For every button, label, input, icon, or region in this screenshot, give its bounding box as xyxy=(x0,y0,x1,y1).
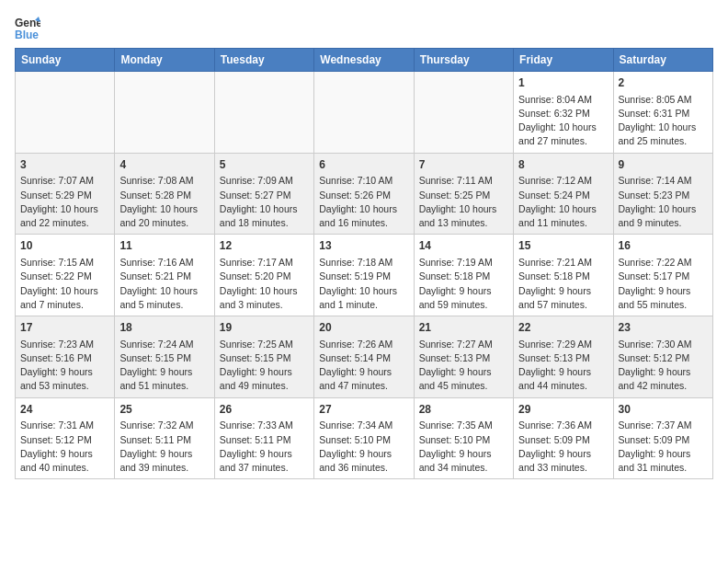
day-info: Sunrise: 8:05 AM Sunset: 6:31 PM Dayligh… xyxy=(619,93,708,149)
day-number: 27 xyxy=(319,402,408,418)
day-cell: 16Sunrise: 7:22 AM Sunset: 5:17 PM Dayli… xyxy=(613,235,712,316)
day-number: 12 xyxy=(220,238,309,254)
day-info: Sunrise: 7:35 AM Sunset: 5:10 PM Dayligh… xyxy=(419,419,508,475)
day-info: Sunrise: 7:08 AM Sunset: 5:28 PM Dayligh… xyxy=(119,174,209,230)
day-cell: 6Sunrise: 7:10 AM Sunset: 5:26 PM Daylig… xyxy=(314,153,414,235)
day-number: 14 xyxy=(419,238,508,254)
day-info: Sunrise: 7:15 AM Sunset: 5:22 PM Dayligh… xyxy=(20,256,109,312)
day-number: 5 xyxy=(220,157,309,173)
day-number: 6 xyxy=(319,157,408,173)
day-cell: 9Sunrise: 7:14 AM Sunset: 5:23 PM Daylig… xyxy=(613,153,712,235)
day-cell: 19Sunrise: 7:25 AM Sunset: 5:15 PM Dayli… xyxy=(214,316,313,398)
day-info: Sunrise: 7:09 AM Sunset: 5:27 PM Dayligh… xyxy=(220,174,309,230)
week-row-2: 10Sunrise: 7:15 AM Sunset: 5:22 PM Dayli… xyxy=(16,235,713,316)
day-number: 8 xyxy=(518,157,608,173)
weekday-sunday: Sunday xyxy=(16,49,115,72)
week-row-1: 3Sunrise: 7:07 AM Sunset: 5:29 PM Daylig… xyxy=(16,153,713,235)
weekday-monday: Monday xyxy=(115,49,214,72)
weekday-wednesday: Wednesday xyxy=(314,49,414,72)
day-info: Sunrise: 7:30 AM Sunset: 5:12 PM Dayligh… xyxy=(619,338,708,394)
day-number: 9 xyxy=(619,157,708,173)
day-number: 19 xyxy=(220,320,309,336)
day-cell: 27Sunrise: 7:34 AM Sunset: 5:10 PM Dayli… xyxy=(314,397,414,479)
day-number: 29 xyxy=(518,402,608,418)
day-info: Sunrise: 7:10 AM Sunset: 5:26 PM Dayligh… xyxy=(319,174,408,230)
day-number: 23 xyxy=(619,320,708,336)
weekday-saturday: Saturday xyxy=(613,49,712,72)
day-info: Sunrise: 7:16 AM Sunset: 5:21 PM Dayligh… xyxy=(119,256,209,312)
day-number: 20 xyxy=(319,320,408,336)
day-info: Sunrise: 7:29 AM Sunset: 5:13 PM Dayligh… xyxy=(518,338,608,394)
day-cell: 25Sunrise: 7:32 AM Sunset: 5:11 PM Dayli… xyxy=(115,397,214,479)
weekday-header: SundayMondayTuesdayWednesdayThursdayFrid… xyxy=(16,49,713,72)
day-number: 30 xyxy=(619,402,708,418)
day-number: 7 xyxy=(419,157,508,173)
day-number: 4 xyxy=(119,157,209,173)
day-cell xyxy=(314,72,414,154)
day-cell: 5Sunrise: 7:09 AM Sunset: 5:27 PM Daylig… xyxy=(214,153,313,235)
logo-icon: General Blue xyxy=(15,15,40,40)
day-cell: 26Sunrise: 7:33 AM Sunset: 5:11 PM Dayli… xyxy=(214,397,313,479)
day-info: Sunrise: 7:21 AM Sunset: 5:18 PM Dayligh… xyxy=(518,256,608,312)
day-cell: 22Sunrise: 7:29 AM Sunset: 5:13 PM Dayli… xyxy=(514,316,613,398)
day-cell: 15Sunrise: 7:21 AM Sunset: 5:18 PM Dayli… xyxy=(514,235,613,316)
day-number: 21 xyxy=(419,320,508,336)
day-info: Sunrise: 7:23 AM Sunset: 5:16 PM Dayligh… xyxy=(20,338,109,394)
day-number: 18 xyxy=(119,320,209,336)
day-number: 24 xyxy=(20,402,109,418)
day-cell xyxy=(414,72,513,154)
day-cell: 29Sunrise: 7:36 AM Sunset: 5:09 PM Dayli… xyxy=(514,397,613,479)
day-info: Sunrise: 7:31 AM Sunset: 5:12 PM Dayligh… xyxy=(20,419,109,475)
day-cell: 20Sunrise: 7:26 AM Sunset: 5:14 PM Dayli… xyxy=(314,316,414,398)
day-info: Sunrise: 7:07 AM Sunset: 5:29 PM Dayligh… xyxy=(20,174,109,230)
calendar: SundayMondayTuesdayWednesdayThursdayFrid… xyxy=(15,48,713,479)
svg-text:Blue: Blue xyxy=(15,29,39,40)
day-cell: 8Sunrise: 7:12 AM Sunset: 5:24 PM Daylig… xyxy=(514,153,613,235)
day-number: 2 xyxy=(619,75,708,91)
day-number: 13 xyxy=(319,238,408,254)
day-info: Sunrise: 7:36 AM Sunset: 5:09 PM Dayligh… xyxy=(518,419,608,475)
day-info: Sunrise: 7:25 AM Sunset: 5:15 PM Dayligh… xyxy=(220,338,309,394)
day-info: Sunrise: 7:11 AM Sunset: 5:25 PM Dayligh… xyxy=(419,174,508,230)
day-cell: 12Sunrise: 7:17 AM Sunset: 5:20 PM Dayli… xyxy=(214,235,313,316)
day-number: 15 xyxy=(518,238,608,254)
day-cell: 21Sunrise: 7:27 AM Sunset: 5:13 PM Dayli… xyxy=(414,316,513,398)
day-cell: 13Sunrise: 7:18 AM Sunset: 5:19 PM Dayli… xyxy=(314,235,414,316)
day-number: 26 xyxy=(220,402,309,418)
day-info: Sunrise: 7:14 AM Sunset: 5:23 PM Dayligh… xyxy=(619,174,708,230)
day-number: 10 xyxy=(20,238,109,254)
day-info: Sunrise: 8:04 AM Sunset: 6:32 PM Dayligh… xyxy=(518,93,608,149)
day-cell: 14Sunrise: 7:19 AM Sunset: 5:18 PM Dayli… xyxy=(414,235,513,316)
day-info: Sunrise: 7:22 AM Sunset: 5:17 PM Dayligh… xyxy=(619,256,708,312)
day-number: 17 xyxy=(20,320,109,336)
day-info: Sunrise: 7:32 AM Sunset: 5:11 PM Dayligh… xyxy=(119,419,209,475)
day-cell xyxy=(214,72,313,154)
header: General Blue xyxy=(15,15,713,40)
week-row-3: 17Sunrise: 7:23 AM Sunset: 5:16 PM Dayli… xyxy=(16,316,713,398)
week-row-0: 1Sunrise: 8:04 AM Sunset: 6:32 PM Daylig… xyxy=(16,72,713,154)
day-cell: 30Sunrise: 7:37 AM Sunset: 5:09 PM Dayli… xyxy=(613,397,712,479)
day-number: 25 xyxy=(119,402,209,418)
weekday-friday: Friday xyxy=(514,49,613,72)
day-number: 22 xyxy=(518,320,608,336)
day-info: Sunrise: 7:17 AM Sunset: 5:20 PM Dayligh… xyxy=(220,256,309,312)
day-info: Sunrise: 7:18 AM Sunset: 5:19 PM Dayligh… xyxy=(319,256,408,312)
day-info: Sunrise: 7:19 AM Sunset: 5:18 PM Dayligh… xyxy=(419,256,508,312)
day-info: Sunrise: 7:34 AM Sunset: 5:10 PM Dayligh… xyxy=(319,419,408,475)
day-number: 1 xyxy=(518,75,608,91)
svg-text:General: General xyxy=(15,17,40,29)
day-cell: 2Sunrise: 8:05 AM Sunset: 6:31 PM Daylig… xyxy=(613,72,712,154)
day-cell: 4Sunrise: 7:08 AM Sunset: 5:28 PM Daylig… xyxy=(115,153,214,235)
day-cell: 11Sunrise: 7:16 AM Sunset: 5:21 PM Dayli… xyxy=(115,235,214,316)
day-cell: 7Sunrise: 7:11 AM Sunset: 5:25 PM Daylig… xyxy=(414,153,513,235)
day-info: Sunrise: 7:24 AM Sunset: 5:15 PM Dayligh… xyxy=(119,338,209,394)
calendar-body: 1Sunrise: 8:04 AM Sunset: 6:32 PM Daylig… xyxy=(16,72,713,479)
day-cell: 28Sunrise: 7:35 AM Sunset: 5:10 PM Dayli… xyxy=(414,397,513,479)
day-info: Sunrise: 7:33 AM Sunset: 5:11 PM Dayligh… xyxy=(220,419,309,475)
weekday-thursday: Thursday xyxy=(414,49,513,72)
weekday-tuesday: Tuesday xyxy=(214,49,313,72)
day-cell: 3Sunrise: 7:07 AM Sunset: 5:29 PM Daylig… xyxy=(16,153,115,235)
day-info: Sunrise: 7:26 AM Sunset: 5:14 PM Dayligh… xyxy=(319,338,408,394)
day-info: Sunrise: 7:37 AM Sunset: 5:09 PM Dayligh… xyxy=(619,419,708,475)
day-number: 28 xyxy=(419,402,508,418)
